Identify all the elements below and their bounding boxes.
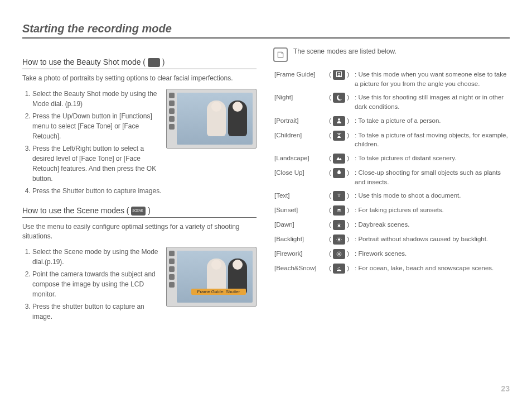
scene-icon-cell: ( ) — [325, 114, 354, 128]
scene-row: [Beach&Snow]( ): For ocean, lake, beach … — [273, 261, 510, 276]
scene-heading-pre: How to use the Scene modes ( — [22, 206, 131, 215]
svg-point-2 — [338, 118, 340, 121]
backlight-icon — [333, 234, 345, 245]
firework-icon — [333, 249, 345, 259]
scene-desc: : To take a picture of a person. — [354, 114, 510, 128]
note-icon — [273, 47, 288, 62]
scene-row: [Backlight]( ): Portrait without shadows… — [273, 232, 510, 247]
left-column: How to use the Beauty Shot mode ( ) Take… — [22, 47, 257, 324]
svg-text:T: T — [338, 193, 341, 198]
scene-name: [Night] — [273, 90, 325, 113]
scene-row: [Sunset]( ): For taking pictures of suns… — [273, 203, 510, 218]
beauty-shot-icon — [148, 58, 160, 67]
scene-desc: : For ocean, lake, beach and snowscape s… — [354, 261, 510, 276]
beauty-heading: How to use the Beauty Shot mode ( ) — [22, 58, 257, 69]
dawn-icon — [333, 220, 345, 230]
scene-list-intro: The scene modes are listed below. — [293, 47, 396, 62]
scene-row: [Text]( T ): Use this mode to shoot a do… — [273, 189, 510, 203]
scene-icon-cell: ( ) — [325, 218, 354, 232]
beauty-steps-block: Select the Beauty Shot mode by using the… — [22, 89, 257, 196]
svg-point-3 — [338, 133, 340, 135]
scene-desc: : Close-up shooting for small objects su… — [354, 166, 510, 189]
scene-name: [Close Up] — [273, 166, 325, 189]
scene-icon-cell: ( ) — [325, 247, 354, 261]
beauty-intro: Take a photo of portraits by setting opt… — [22, 74, 257, 83]
page-number: 23 — [501, 384, 510, 393]
scene-thumbnail: Frame Guide: Shutter — [166, 247, 257, 307]
closeup-icon — [333, 168, 345, 178]
scene-name: [Firework] — [273, 247, 325, 261]
scene-icon-cell: ( ) — [325, 166, 354, 189]
svg-point-9 — [338, 253, 340, 255]
scene-name: [Frame Guide] — [273, 68, 325, 90]
content-columns: How to use the Beauty Shot mode ( ) Take… — [22, 47, 510, 324]
scene-row: [Close Up]( ): Close-up shooting for sma… — [273, 166, 510, 189]
scene-desc: : Use this mode when you want someone el… — [354, 68, 510, 90]
children-icon — [333, 131, 345, 141]
scene-icon-cell: ( ) — [325, 68, 354, 90]
scene-row: [Portrait]( ): To take a picture of a pe… — [273, 114, 510, 128]
scene-row: [Children]( ): To take a picture of fast… — [273, 128, 510, 151]
scene-row: [Dawn]( ): Daybreak scenes. — [273, 218, 510, 232]
landscape-icon — [333, 154, 345, 164]
scene-row: [Firework]( ): Firework scenes. — [273, 247, 510, 261]
scene-row: [Frame Guide]( ): Use this mode when you… — [273, 68, 510, 90]
beauty-thumbnail — [166, 89, 257, 149]
scene-name: [Sunset] — [273, 203, 325, 218]
scene-icon-cell: ( ) — [325, 232, 354, 247]
beauty-heading-post: ) — [162, 58, 165, 66]
svg-point-4 — [337, 133, 338, 134]
scene-name: [Backlight] — [273, 232, 325, 247]
scene-desc: : To take a picture of fast moving objec… — [354, 128, 510, 151]
page-title: Starting the recording mode — [22, 22, 510, 39]
beauty-heading-pre: How to use the Beauty Shot mode ( — [22, 58, 148, 66]
beachsnow-icon — [333, 264, 345, 274]
scene-icon-cell: ( ) — [325, 203, 354, 218]
frame-guide-icon — [333, 70, 345, 80]
scene-thumb-label: Frame Guide: Shutter — [191, 289, 246, 295]
scene-name: [Children] — [273, 128, 325, 151]
scene-name: [Portrait] — [273, 114, 325, 128]
night-icon — [333, 93, 345, 103]
scene-name: [Dawn] — [273, 218, 325, 232]
scene-modes-table: [Frame Guide]( ): Use this mode when you… — [273, 68, 510, 276]
scene-icon-cell: ( ) — [325, 151, 354, 166]
right-column: The scene modes are listed below. [Frame… — [273, 47, 510, 324]
scene-icon-cell: ( T ) — [325, 189, 354, 203]
beauty-step-3: Press the Left/Right button to select a … — [32, 143, 257, 184]
scene-heading-post: ) — [148, 206, 151, 215]
scene-heading: How to use the Scene modes ( ) — [22, 206, 257, 218]
scene-desc: : For taking pictures of sunsets. — [354, 203, 510, 218]
scene-name: [Text] — [273, 189, 325, 203]
scene-desc: : To take pictures of distant scenery. — [354, 151, 510, 166]
scene-icon-cell: ( ) — [325, 128, 354, 151]
scene-icon-cell: ( ) — [325, 90, 354, 113]
scene-name: [Beach&Snow] — [273, 261, 325, 276]
scene-desc: : Use this for shooting still images at … — [354, 90, 510, 113]
scene-row: [Landscape]( ): To take pictures of dist… — [273, 151, 510, 166]
scene-icon-cell: ( ) — [325, 261, 354, 276]
scene-name: [Landscape] — [273, 151, 325, 166]
text-icon: T — [333, 191, 345, 201]
portrait-icon — [333, 116, 345, 126]
scene-steps-block: Frame Guide: Shutter Select the Scene mo… — [22, 247, 257, 322]
svg-point-7 — [338, 224, 340, 227]
svg-point-5 — [340, 133, 341, 134]
scene-row: [Night]( ): Use this for shooting still … — [273, 90, 510, 113]
scene-desc: : Portrait without shadows caused by bac… — [354, 232, 510, 247]
scene-desc: : Use this mode to shoot a document. — [354, 189, 510, 203]
scene-intro: Use the menu to easily configure optimal… — [22, 222, 257, 241]
scene-desc: : Firework scenes. — [354, 247, 510, 261]
svg-point-1 — [338, 73, 340, 75]
scene-mode-icon — [131, 207, 146, 216]
note-row: The scene modes are listed below. — [273, 47, 510, 62]
svg-point-8 — [338, 238, 340, 241]
sunset-icon — [333, 205, 345, 216]
beauty-step-4: Press the Shutter button to capture imag… — [32, 186, 257, 196]
scene-desc: : Daybreak scenes. — [354, 218, 510, 232]
